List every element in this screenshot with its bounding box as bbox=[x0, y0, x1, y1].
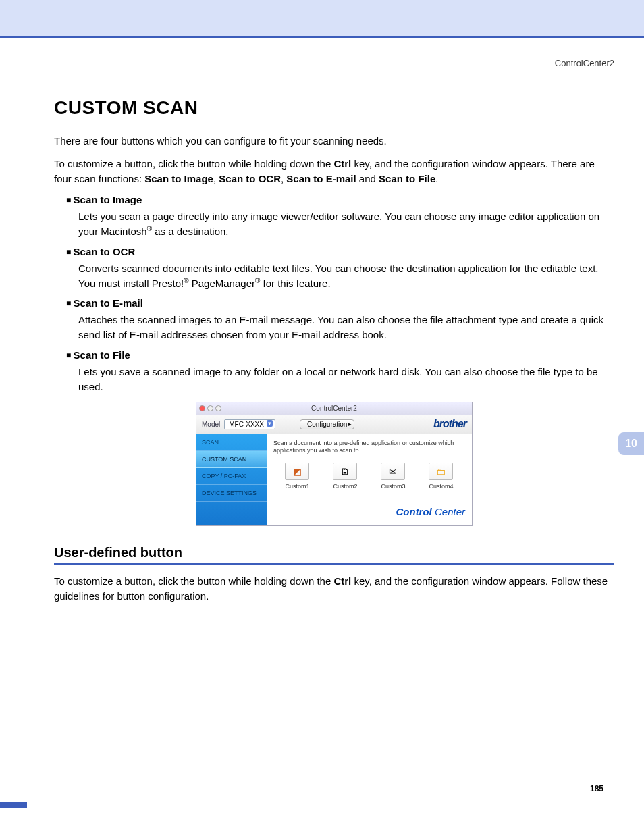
folder-icon: 🗀 bbox=[429, 463, 453, 480]
top-bar bbox=[0, 0, 644, 38]
envelope-icon: ✉ bbox=[381, 463, 405, 480]
sidebar-item-scan[interactable]: SCAN bbox=[196, 434, 267, 451]
document-icon: 🗎 bbox=[333, 463, 357, 480]
user-defined-body: To customize a button, click the button … bbox=[54, 574, 614, 604]
sidebar-item-copy-pcfax[interactable]: COPY / PC-FAX bbox=[196, 468, 267, 485]
model-label: Model bbox=[202, 421, 220, 428]
bullet-file-head: Scan to File bbox=[66, 349, 614, 361]
custom4-button[interactable]: 🗀 Custom4 bbox=[429, 463, 453, 490]
chapter-tab: 10 bbox=[618, 432, 644, 455]
bullet-mail-head: Scan to E-mail bbox=[66, 297, 614, 309]
window-title: ControlCenter2 bbox=[311, 405, 357, 412]
custom2-button[interactable]: 🗎 Custom2 bbox=[333, 463, 357, 490]
page-title: CUSTOM SCAN bbox=[54, 97, 614, 119]
zoom-icon[interactable] bbox=[215, 405, 221, 411]
toolbar: Model MFC-XXXX Configuration brother bbox=[196, 415, 472, 434]
configuration-button[interactable]: Configuration bbox=[300, 419, 354, 429]
model-select[interactable]: MFC-XXXX bbox=[224, 419, 275, 429]
minimize-icon[interactable] bbox=[207, 405, 213, 411]
sidebar-item-custom-scan[interactable]: CUSTOM SCAN bbox=[196, 451, 267, 468]
window-titlebar: ControlCenter2 bbox=[196, 402, 472, 415]
controlcenter-logo: Control Center bbox=[273, 506, 465, 517]
footer-accent bbox=[0, 802, 27, 808]
traffic-lights bbox=[199, 405, 221, 411]
section-user-defined-button: User-defined button bbox=[54, 545, 614, 565]
custom3-button[interactable]: ✉ Custom3 bbox=[381, 463, 405, 490]
bullet-image-body: Lets you scan a page directly into any i… bbox=[78, 209, 614, 239]
panel-description: Scan a document into a pre-defined appli… bbox=[273, 440, 465, 454]
close-icon[interactable] bbox=[199, 405, 205, 411]
page-content: CUSTOM SCAN There are four buttons which… bbox=[0, 38, 644, 603]
bullet-image-head: Scan to Image bbox=[66, 194, 614, 205]
intro-2: To customize a button, click the button … bbox=[54, 157, 614, 186]
sidebar-item-device-settings[interactable]: DEVICE SETTINGS bbox=[196, 485, 267, 502]
page-number: 185 bbox=[590, 784, 603, 793]
bullet-file-body: Lets you save a scanned image to any fol… bbox=[78, 365, 614, 394]
bullet-ocr-head: Scan to OCR bbox=[66, 246, 614, 257]
bullet-ocr-body: Converts scanned documents into editable… bbox=[78, 261, 614, 291]
brother-logo: brother bbox=[433, 418, 466, 430]
sidebar: SCAN CUSTOM SCAN COPY / PC-FAX DEVICE SE… bbox=[196, 434, 267, 525]
main-panel: Scan a document into a pre-defined appli… bbox=[267, 434, 472, 525]
intro-1: There are four buttons which you can con… bbox=[54, 134, 614, 149]
app-screenshot: ControlCenter2 Model MFC-XXXX Configurat… bbox=[196, 402, 473, 526]
header-chapter: ControlCenter2 bbox=[555, 58, 614, 68]
custom1-button[interactable]: ◩ Custom1 bbox=[285, 463, 309, 490]
bullet-mail-body: Attaches the scanned images to an E-mail… bbox=[78, 313, 614, 342]
image-icon: ◩ bbox=[285, 463, 309, 480]
